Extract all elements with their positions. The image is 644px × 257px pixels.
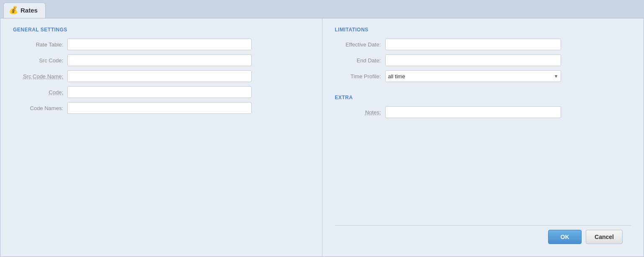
limitations-title: LIMITATIONS: [335, 27, 631, 33]
rates-tab[interactable]: 💰 Rates: [3, 3, 46, 18]
notes-input[interactable]: [385, 106, 561, 118]
src-code-group: Src Code:: [13, 54, 309, 66]
time-profile-label: Time Profile:: [335, 73, 385, 80]
code-label: Code:: [13, 89, 67, 95]
notes-label: Notes:: [335, 109, 385, 116]
bottom-actions: OK Cancel: [335, 225, 631, 248]
time-profile-group: Time Profile: all time business hours af…: [335, 70, 631, 82]
general-settings-title: GENERAL SETTINGS: [13, 27, 309, 33]
src-code-name-group: Src Code Name:: [13, 70, 309, 82]
end-date-input[interactable]: [385, 54, 561, 66]
extra-section: EXTRA Notes:: [335, 95, 631, 122]
ok-button[interactable]: OK: [548, 230, 582, 244]
limitations-section: LIMITATIONS Effective Date: End Date: Ti…: [335, 27, 631, 86]
cancel-button[interactable]: Cancel: [586, 230, 623, 244]
code-names-input[interactable]: [67, 102, 252, 114]
time-profile-select-wrapper: all time business hours after hours week…: [385, 70, 561, 82]
tab-label: Rates: [21, 7, 38, 14]
src-code-label: Src Code:: [13, 57, 67, 64]
right-panel: LIMITATIONS Effective Date: End Date: Ti…: [322, 18, 644, 257]
rate-table-group: Rate Table:: [13, 39, 309, 50]
code-names-label: Code Names:: [13, 105, 67, 111]
time-profile-select[interactable]: all time business hours after hours week…: [385, 70, 561, 82]
code-group: Code:: [13, 86, 309, 98]
content-area: GENERAL SETTINGS Rate Table: Src Code: S…: [0, 18, 644, 257]
code-names-group: Code Names:: [13, 102, 309, 114]
src-code-input[interactable]: [67, 54, 252, 66]
action-bar: OK Cancel: [335, 225, 631, 248]
end-date-group: End Date:: [335, 54, 631, 66]
effective-date-label: Effective Date:: [335, 41, 385, 48]
extra-title: EXTRA: [335, 95, 631, 100]
effective-date-input[interactable]: [385, 39, 561, 50]
right-content: LIMITATIONS Effective Date: End Date: Ti…: [335, 27, 631, 248]
rate-table-input[interactable]: [67, 39, 252, 50]
coin-icon: 💰: [9, 5, 18, 15]
main-window: 💰 Rates GENERAL SETTINGS Rate Table: Src…: [0, 0, 644, 257]
left-panel: GENERAL SETTINGS Rate Table: Src Code: S…: [0, 18, 322, 257]
code-input[interactable]: [67, 86, 252, 98]
end-date-label: End Date:: [335, 57, 385, 64]
notes-group: Notes:: [335, 106, 631, 118]
src-code-name-input[interactable]: [67, 70, 252, 82]
rate-table-label: Rate Table:: [13, 41, 67, 48]
tab-bar: 💰 Rates: [0, 0, 644, 18]
src-code-name-label: Src Code Name:: [13, 73, 67, 80]
effective-date-group: Effective Date:: [335, 39, 631, 50]
